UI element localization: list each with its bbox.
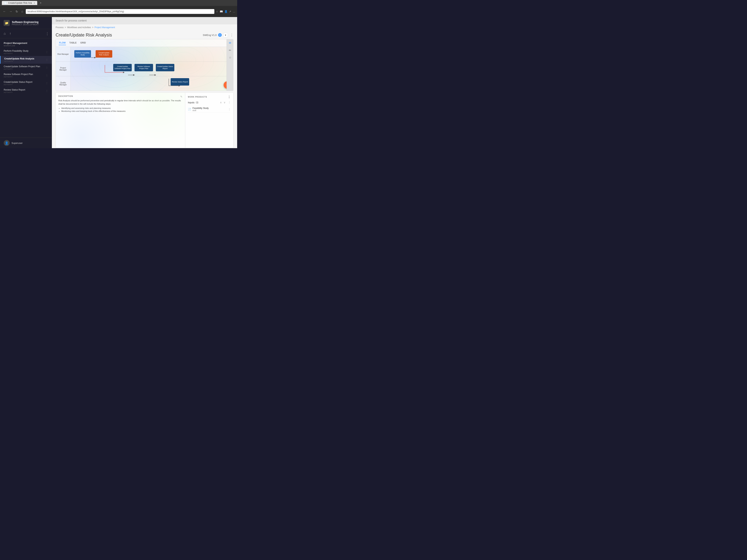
tab-table[interactable]: TABLE — [69, 41, 77, 45]
breadcrumb-process[interactable]: Process — [56, 26, 63, 29]
node-project-plan[interactable]: Create/Update Software Project Plan — [113, 64, 132, 71]
breadcrumb-sep-2: > — [92, 26, 93, 29]
sidebar-more-icon[interactable]: ⋮ — [46, 32, 49, 36]
sidebar-item-review-status[interactable]: Review Status Report ACTIVITY ⋮ — [0, 87, 52, 95]
sidebar-header: 📁 Software Engineering PRODUCT DEVELOPME… — [0, 17, 52, 29]
browser-tab-new[interactable]: + — [38, 1, 43, 5]
sidebar-item-more-5[interactable]: ⋮ — [46, 89, 48, 92]
lane-quality-manager-content: Review Status Report — [71, 76, 233, 91]
bullet-2: Monitoring risks and keeping track of th… — [61, 110, 182, 112]
sidebar-item-more-3[interactable]: ⋮ — [46, 74, 48, 77]
lane-risk-manager: Risk Manager Perform Feasibility Study C… — [56, 47, 233, 62]
sidebar-home-icon[interactable]: ⌂ — [3, 31, 6, 36]
chevron-down[interactable]: ∨ — [223, 101, 226, 104]
sidebar-item-status-report[interactable]: Create/Update Status Report ACTIVITY ⋮ — [0, 79, 52, 87]
tab-close-icon[interactable]: ✕ — [33, 2, 35, 4]
forward-button[interactable]: → — [8, 9, 14, 14]
lane-label-project-manager: Project Manager — [56, 67, 70, 71]
lane-project-manager: Project Manager Create/Update Software P… — [56, 62, 233, 77]
inputs-label: Inputs — [188, 101, 194, 104]
tab-grid[interactable]: GRID — [80, 41, 86, 45]
app-icon: 📁 — [4, 20, 10, 26]
app-container: 📁 Software Engineering PRODUCT DEVELOPME… — [0, 17, 237, 148]
browser-chrome: ← → ↻ ⌂ localhost:8080/stages/index.html… — [0, 6, 237, 17]
share-icon[interactable]: ↗ — [229, 10, 231, 13]
sidebar-workflow-label: Project Management — [0, 41, 52, 45]
wp-more-icon[interactable]: ⋮ — [228, 108, 231, 111]
description-text: Risk Analysis should be performed preven… — [58, 99, 182, 106]
work-product-icon: 📄 — [188, 108, 191, 111]
version-dropdown[interactable]: ▾ — [223, 33, 228, 37]
sidebar-workflow-sublabel: WORKFLOW — [0, 45, 52, 48]
node-review-status[interactable]: Review Status Report — [171, 78, 189, 85]
sidebar-workflow-section: Project Management WORKFLOW Perform Feas… — [0, 38, 52, 97]
search-bar — [52, 17, 237, 24]
lane-project-manager-content: Create/Update Software Project Plan Revi… — [71, 62, 233, 76]
right-panel-edit-icon[interactable]: ✏ — [228, 48, 232, 53]
sidebar-app-title: Software Engineering — [12, 21, 48, 24]
home-button[interactable]: ⌂ — [20, 9, 24, 14]
wp-name: Feasibility Study — [192, 107, 209, 109]
reading-view-icon[interactable]: 📖 — [220, 10, 223, 13]
sidebar-item-feasibility[interactable]: Perform Feasibility Study ACTIVITY ⋮ — [0, 48, 52, 56]
user-icon[interactable]: 👤 — [224, 10, 228, 13]
work-product-item-feasibility[interactable]: 📄 Feasibility Study draft ⋮ — [188, 106, 231, 113]
sidebar-item-review-project-plan[interactable]: Review Software Project Plan ACTIVITY ⋮ — [0, 72, 52, 79]
refresh-button[interactable]: ↻ — [15, 9, 19, 14]
sidebar-item-more-1[interactable]: ⋮ — [46, 58, 48, 61]
lane-label-quality-manager: Quality Manager — [56, 82, 70, 86]
node-feasibility[interactable]: Perform Feasibility Study — [74, 50, 91, 58]
right-panel-eye-icon[interactable]: 👁 — [228, 41, 232, 46]
inputs-more-icon[interactable]: ⋮ — [228, 101, 231, 104]
inputs-section: Inputs 1 ∧ ∨ ⋮ 📄 Feasibility Study draft — [188, 101, 231, 113]
work-products-panel: WORK PRODUCTS ⋮ Inputs 1 ∧ ∨ ⋮ 📄 — [185, 92, 233, 148]
work-products-header: WORK PRODUCTS ⋮ — [188, 95, 231, 99]
wp-status: draft — [192, 109, 209, 111]
breadcrumb: Process > Workflows and Activities > Pro… — [52, 24, 237, 31]
tab-flow[interactable]: FLOW — [59, 41, 66, 45]
sidebar-item-project-plan[interactable]: Create/Update Software Project Plan ACTI… — [0, 64, 52, 72]
description-bullets: Identifying and assessing risks and plan… — [58, 107, 182, 112]
page-title: Create/Update Risk Analysis — [56, 32, 112, 37]
browser-nav: ← → ↻ ⌂ — [2, 9, 24, 14]
node-risk-analysis[interactable]: Create/Update Risk Analysis — [96, 50, 112, 58]
work-products-title: WORK PRODUCTS — [188, 96, 207, 98]
sidebar-title-block: Software Engineering PRODUCT DEVELOPMENT — [12, 21, 48, 26]
sidebar-up-icon[interactable]: ↑ — [9, 31, 12, 36]
browser-tab-active[interactable]: 📄 Create/Update Risk Ana ✕ — [2, 1, 37, 5]
lane-quality-manager: Quality Manager Review Status Report — [56, 76, 233, 91]
chevron-up[interactable]: ∧ — [219, 101, 223, 104]
sidebar-item-more-0[interactable]: ⋮ — [46, 51, 48, 54]
page-header-more-icon[interactable]: ⋮ — [230, 33, 233, 37]
bookmark-icon[interactable]: ☆ — [216, 10, 218, 13]
work-product-details: Feasibility Study draft — [192, 107, 209, 111]
node-review-project-plan[interactable]: Review Software Project Plan — [134, 64, 153, 71]
description-edit-icon[interactable]: ✎ — [180, 95, 182, 98]
search-input[interactable] — [56, 19, 233, 22]
version-selector: SWEng V1.0 V ▾ — [203, 33, 228, 37]
version-badge: V — [218, 33, 222, 37]
back-button[interactable]: ← — [2, 9, 7, 14]
browser-actions: ☆ 📖 👤 ↗ … — [216, 10, 235, 13]
sidebar-item-more-2[interactable]: ⋮ — [46, 66, 48, 69]
version-label: SWEng V1.0 — [203, 34, 216, 36]
sidebar-item-risk-analysis[interactable]: Create/Update Risk Analysis ACTIVITY ⋮ — [0, 56, 52, 64]
address-bar[interactable]: localhost:8080/stages/index.html#/worksp… — [26, 9, 214, 14]
bottom-section: DESCRIPTION ✎ Risk Analysis should be pe… — [56, 92, 233, 148]
diagram-tabs: FLOW TABLE GRID ⋮ — [56, 39, 233, 47]
inputs-chevrons: ∧ ∨ — [219, 101, 226, 104]
lane-label-risk-manager: Risk Manager — [57, 53, 69, 55]
sidebar-item-more-4[interactable]: ⋮ — [46, 82, 48, 85]
sidebar-nav-bar: ⌂ ↑ ⋮ — [0, 29, 52, 38]
breadcrumb-workflows[interactable]: Workflows and Activities — [67, 26, 91, 29]
diagram-area: FLOW TABLE GRID ⋮ Risk Manager — [56, 39, 233, 91]
breadcrumb-project-mgmt[interactable]: Project Management — [95, 26, 115, 29]
right-panel-star-icon[interactable]: ☆ — [228, 55, 232, 60]
inputs-count: 1 — [196, 101, 199, 104]
node-status-report[interactable]: Create/Update Status Report — [156, 64, 174, 71]
sidebar: 📁 Software Engineering PRODUCT DEVELOPME… — [0, 17, 52, 148]
description-section-label: DESCRIPTION — [58, 95, 182, 97]
avatar: 👤 — [4, 140, 10, 146]
work-products-more-icon[interactable]: ⋮ — [228, 95, 231, 99]
more-icon[interactable]: … — [233, 10, 235, 13]
